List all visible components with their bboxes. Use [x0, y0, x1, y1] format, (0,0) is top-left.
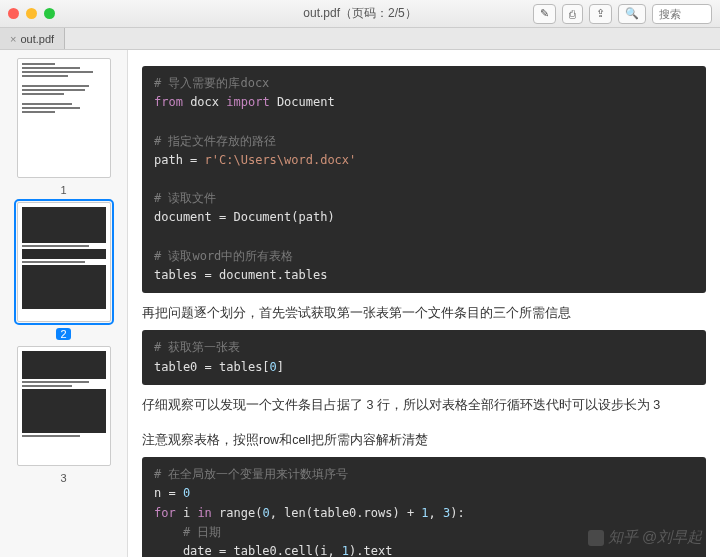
search-icon[interactable]: 🔍	[618, 4, 646, 24]
tabbar: × out.pdf	[0, 28, 720, 50]
paragraph-3: 注意观察表格，按照row和cell把所需内容解析清楚	[142, 430, 706, 451]
page-number-2: 2	[56, 328, 70, 340]
tab-close-icon[interactable]: ×	[10, 33, 16, 45]
print-icon[interactable]: ⎙	[562, 4, 583, 24]
thumbnail-page-2[interactable]	[17, 202, 111, 322]
tab-outpdf[interactable]: × out.pdf	[0, 28, 65, 49]
window-title: out.pdf（页码：2/5）	[303, 5, 416, 22]
window-controls	[8, 8, 55, 19]
share-icon[interactable]: ⇪	[589, 4, 612, 24]
code-block-2: # 获取第一张表 table0 = tables[0]	[142, 330, 706, 384]
fullscreen-window-icon[interactable]	[44, 8, 55, 19]
close-window-icon[interactable]	[8, 8, 19, 19]
tab-label: out.pdf	[20, 33, 54, 45]
thumbnail-sidebar: 1 2 3	[0, 50, 128, 557]
code-block-3: # 在全局放一个变量用来计数填序号 n = 0 for i in range(0…	[142, 457, 706, 557]
minimize-window-icon[interactable]	[26, 8, 37, 19]
titlebar: out.pdf（页码：2/5） ✎ ⎙ ⇪ 🔍	[0, 0, 720, 28]
document-content[interactable]: # 导入需要的库docx from docx import Document #…	[128, 50, 720, 557]
thumbnail-page-3[interactable]	[17, 346, 111, 466]
search-input[interactable]	[652, 4, 712, 24]
page-number-1: 1	[60, 184, 66, 196]
code-block-1: # 导入需要的库docx from docx import Document #…	[142, 66, 706, 293]
pencil-icon[interactable]: ✎	[533, 4, 556, 24]
page-number-3: 3	[60, 472, 66, 484]
thumbnail-page-1[interactable]	[17, 58, 111, 178]
paragraph-2: 仔细观察可以发现一个文件条目占据了 3 行，所以对表格全部行循环迭代时可以设步长…	[142, 395, 706, 416]
main: 1 2 3 # 导入需要的库docx from docx import D	[0, 50, 720, 557]
toolbar-right: ✎ ⎙ ⇪ 🔍	[533, 4, 712, 24]
paragraph-1: 再把问题逐个划分，首先尝试获取第一张表第一个文件条目的三个所需信息	[142, 303, 706, 324]
